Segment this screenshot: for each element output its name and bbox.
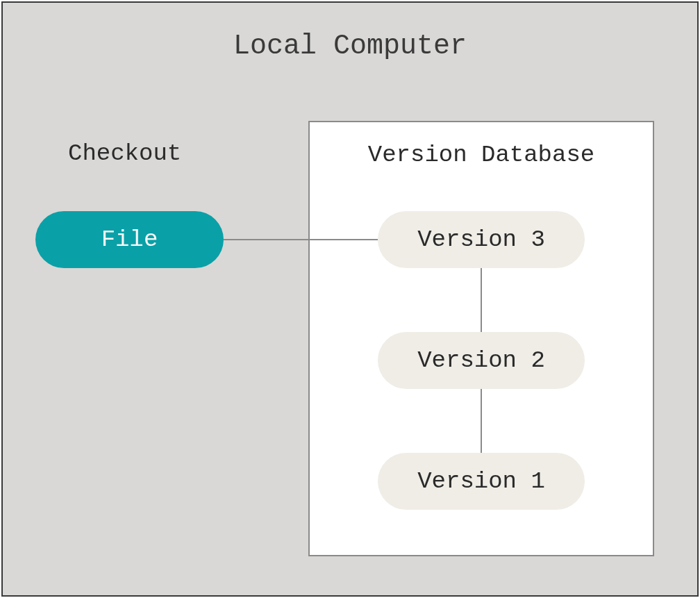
version-1-label: Version 1 [417, 468, 545, 495]
version-2-label: Version 2 [417, 347, 545, 374]
version-2-node: Version 2 [378, 332, 585, 389]
connector-v3-to-v2 [481, 268, 482, 332]
version-1-node: Version 1 [378, 453, 585, 510]
connector-v2-to-v1 [481, 389, 482, 453]
version-database-label: Version Database [310, 142, 653, 168]
local-computer-container: Local Computer Checkout Version Database… [1, 1, 699, 597]
checkout-label: Checkout [68, 140, 181, 167]
version-3-node: Version 3 [378, 211, 585, 268]
version-3-label: Version 3 [417, 226, 545, 253]
file-node: File [35, 211, 224, 268]
file-node-label: File [101, 226, 158, 253]
local-computer-title: Local Computer [3, 31, 697, 62]
connector-file-to-v3 [224, 239, 378, 240]
